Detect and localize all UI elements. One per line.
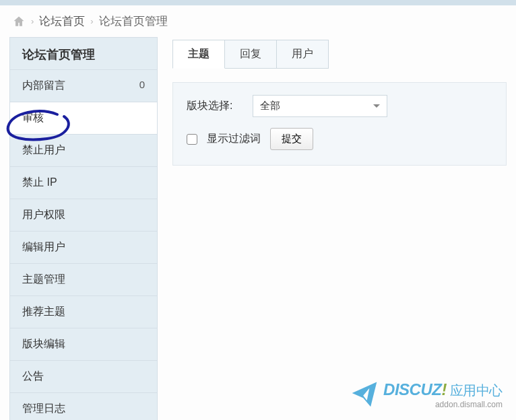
chevron-right-icon: › <box>31 16 34 26</box>
sidebar-item-label: 管理日志 <box>22 402 65 416</box>
tab-label: 用户 <box>292 48 313 59</box>
sidebar-item-ban-ip[interactable]: 禁止 IP <box>10 166 157 199</box>
sidebar: 论坛首页管理 内部留言 0 审核 禁止用户 禁止 IP 用户权限 编辑用户 主题 <box>9 37 158 420</box>
tab-label: 主题 <box>188 48 209 59</box>
sidebar-item-label: 公告 <box>22 370 44 384</box>
watermark: DISCUZ! 应用中心 addon.dismall.com <box>350 378 503 411</box>
sidebar-item-user-perm[interactable]: 用户权限 <box>10 199 157 231</box>
filter-panel: 版块选择: 全部 显示过滤词 提交 <box>172 82 507 166</box>
tab-user[interactable]: 用户 <box>276 40 329 69</box>
sidebar-item-edit-user[interactable]: 编辑用户 <box>10 231 157 263</box>
sidebar-item-label: 推荐主题 <box>22 305 65 319</box>
chevron-right-icon: › <box>90 16 93 26</box>
sidebar-title: 论坛首页管理 <box>10 38 157 69</box>
show-filter-checkbox[interactable] <box>187 134 197 145</box>
forum-select-value: 全部 <box>260 100 280 112</box>
sidebar-item-audit[interactable]: 审核 <box>10 102 157 134</box>
watermark-subtext: addon.dismall.com <box>383 400 503 409</box>
breadcrumb-link-forum[interactable]: 论坛首页 <box>39 13 85 29</box>
home-icon[interactable] <box>12 14 26 28</box>
sidebar-item-label: 用户权限 <box>22 208 65 222</box>
breadcrumb-current: 论坛首页管理 <box>99 13 168 29</box>
sidebar-item-internal-message[interactable]: 内部留言 0 <box>10 69 157 102</box>
watermark-brand: DISCUZ! 应用中心 <box>383 380 503 400</box>
sidebar-item-forum-edit[interactable]: 版块编辑 <box>10 328 157 360</box>
paper-plane-icon <box>350 378 379 411</box>
sidebar-item-label: 禁止 IP <box>22 176 57 190</box>
submit-button[interactable]: 提交 <box>270 128 313 150</box>
sidebar-item-label: 审核 <box>22 111 44 125</box>
top-strip <box>0 0 516 5</box>
sidebar-list: 内部留言 0 审核 禁止用户 禁止 IP 用户权限 编辑用户 主题管理 推荐 <box>10 69 157 420</box>
sidebar-item-badge: 0 <box>139 79 145 93</box>
sidebar-item-topic-mgmt[interactable]: 主题管理 <box>10 263 157 295</box>
show-filter-label: 显示过滤词 <box>207 132 261 146</box>
sidebar-item-label: 主题管理 <box>22 273 65 287</box>
breadcrumb: › 论坛首页 › 论坛首页管理 <box>0 5 516 37</box>
sidebar-item-recommend-topic[interactable]: 推荐主题 <box>10 295 157 328</box>
sidebar-item-label: 版块编辑 <box>22 337 65 351</box>
forum-select[interactable]: 全部 <box>253 95 387 117</box>
tab-reply[interactable]: 回复 <box>224 40 277 69</box>
caret-down-icon <box>373 104 380 108</box>
tab-label: 回复 <box>240 48 261 59</box>
sidebar-item-label: 禁止用户 <box>22 143 65 158</box>
forum-select-label: 版块选择: <box>187 99 232 113</box>
main-content: 主题 回复 用户 版块选择: 全部 显示过滤词 提交 <box>172 37 507 420</box>
sidebar-item-announcement[interactable]: 公告 <box>10 360 157 392</box>
sidebar-item-label: 编辑用户 <box>22 240 65 254</box>
sidebar-item-admin-log[interactable]: 管理日志 <box>10 392 157 420</box>
tabs: 主题 回复 用户 <box>172 40 507 69</box>
tab-topic[interactable]: 主题 <box>172 40 225 69</box>
sidebar-item-ban-user[interactable]: 禁止用户 <box>10 134 157 166</box>
sidebar-item-label: 内部留言 <box>22 79 65 93</box>
